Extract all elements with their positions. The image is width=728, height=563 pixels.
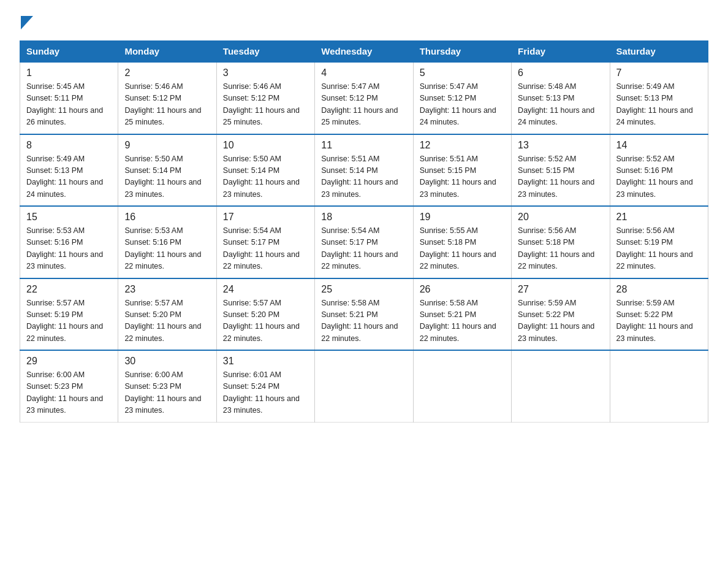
day-info: Sunrise: 5:47 AMSunset: 5:12 PMDaylight:… <box>420 81 505 129</box>
day-number: 9 <box>124 140 210 151</box>
day-info: Sunrise: 6:01 AMSunset: 5:24 PMDaylight:… <box>223 369 308 417</box>
day-info: Sunrise: 5:59 AMSunset: 5:22 PMDaylight:… <box>518 297 603 345</box>
calendar-week-row: 1 Sunrise: 5:45 AMSunset: 5:11 PMDayligh… <box>20 62 708 134</box>
day-number: 16 <box>124 212 210 223</box>
calendar-cell: 11 Sunrise: 5:51 AMSunset: 5:14 PMDaylig… <box>315 134 413 207</box>
calendar-cell: 12 Sunrise: 5:51 AMSunset: 5:15 PMDaylig… <box>413 134 511 207</box>
day-info: Sunrise: 5:57 AMSunset: 5:20 PMDaylight:… <box>124 297 210 345</box>
day-info: Sunrise: 5:50 AMSunset: 5:14 PMDaylight:… <box>223 153 308 201</box>
calendar-cell: 24 Sunrise: 5:57 AMSunset: 5:20 PMDaylig… <box>216 278 314 351</box>
day-number: 11 <box>321 140 406 151</box>
day-number: 13 <box>518 140 603 151</box>
day-number: 6 <box>518 67 603 79</box>
weekday-header-tuesday: Tuesday <box>216 41 314 63</box>
weekday-header-wednesday: Wednesday <box>315 41 413 63</box>
day-info: Sunrise: 5:51 AMSunset: 5:15 PMDaylight:… <box>420 153 505 201</box>
day-number: 22 <box>26 284 112 295</box>
calendar-cell: 21 Sunrise: 5:56 AMSunset: 5:19 PMDaylig… <box>610 206 708 278</box>
calendar-cell: 5 Sunrise: 5:47 AMSunset: 5:12 PMDayligh… <box>413 62 511 134</box>
calendar-week-row: 8 Sunrise: 5:49 AMSunset: 5:13 PMDayligh… <box>20 134 708 207</box>
day-info: Sunrise: 5:53 AMSunset: 5:16 PMDaylight:… <box>124 225 210 273</box>
calendar-cell: 7 Sunrise: 5:49 AMSunset: 5:13 PMDayligh… <box>610 62 708 134</box>
day-number: 21 <box>616 212 702 223</box>
calendar-cell <box>315 350 413 422</box>
calendar-cell: 19 Sunrise: 5:55 AMSunset: 5:18 PMDaylig… <box>413 206 511 278</box>
calendar-cell: 13 Sunrise: 5:52 AMSunset: 5:15 PMDaylig… <box>512 134 610 207</box>
calendar-cell: 28 Sunrise: 5:59 AMSunset: 5:22 PMDaylig… <box>610 278 708 351</box>
day-info: Sunrise: 5:45 AMSunset: 5:11 PMDaylight:… <box>26 81 112 129</box>
day-info: Sunrise: 5:58 AMSunset: 5:21 PMDaylight:… <box>420 297 505 345</box>
day-info: Sunrise: 5:57 AMSunset: 5:19 PMDaylight:… <box>26 297 112 345</box>
day-number: 23 <box>124 284 210 295</box>
day-number: 12 <box>420 140 505 151</box>
day-number: 27 <box>518 284 603 295</box>
day-number: 25 <box>321 284 406 295</box>
day-info: Sunrise: 6:00 AMSunset: 5:23 PMDaylight:… <box>26 369 112 417</box>
day-number: 17 <box>223 212 308 223</box>
day-info: Sunrise: 5:52 AMSunset: 5:15 PMDaylight:… <box>518 153 603 201</box>
weekday-header-row: SundayMondayTuesdayWednesdayThursdayFrid… <box>20 41 708 63</box>
calendar-cell: 27 Sunrise: 5:59 AMSunset: 5:22 PMDaylig… <box>512 278 610 351</box>
calendar-cell: 10 Sunrise: 5:50 AMSunset: 5:14 PMDaylig… <box>216 134 314 207</box>
calendar-cell: 1 Sunrise: 5:45 AMSunset: 5:11 PMDayligh… <box>20 62 118 134</box>
calendar-cell: 30 Sunrise: 6:00 AMSunset: 5:23 PMDaylig… <box>118 350 216 422</box>
page-header <box>20 15 708 29</box>
calendar-cell: 29 Sunrise: 6:00 AMSunset: 5:23 PMDaylig… <box>20 350 118 422</box>
day-info: Sunrise: 5:56 AMSunset: 5:18 PMDaylight:… <box>518 225 603 273</box>
weekday-header-saturday: Saturday <box>610 41 708 63</box>
day-number: 7 <box>616 67 702 79</box>
calendar-week-row: 22 Sunrise: 5:57 AMSunset: 5:19 PMDaylig… <box>20 278 708 351</box>
day-info: Sunrise: 5:57 AMSunset: 5:20 PMDaylight:… <box>223 297 308 345</box>
day-number: 28 <box>616 284 702 295</box>
day-number: 14 <box>616 140 702 151</box>
day-number: 19 <box>420 212 505 223</box>
day-number: 15 <box>26 212 112 223</box>
calendar-cell: 6 Sunrise: 5:48 AMSunset: 5:13 PMDayligh… <box>512 62 610 134</box>
calendar-table: SundayMondayTuesdayWednesdayThursdayFrid… <box>20 40 708 423</box>
day-number: 3 <box>223 67 308 79</box>
calendar-cell: 2 Sunrise: 5:46 AMSunset: 5:12 PMDayligh… <box>118 62 216 134</box>
weekday-header-sunday: Sunday <box>20 41 118 63</box>
calendar-cell <box>512 350 610 422</box>
calendar-week-row: 29 Sunrise: 6:00 AMSunset: 5:23 PMDaylig… <box>20 350 708 422</box>
day-info: Sunrise: 5:56 AMSunset: 5:19 PMDaylight:… <box>616 225 702 273</box>
day-info: Sunrise: 5:49 AMSunset: 5:13 PMDaylight:… <box>26 153 112 201</box>
calendar-cell: 3 Sunrise: 5:46 AMSunset: 5:12 PMDayligh… <box>216 62 314 134</box>
calendar-cell <box>610 350 708 422</box>
day-info: Sunrise: 5:52 AMSunset: 5:16 PMDaylight:… <box>616 153 702 201</box>
svg-marker-0 <box>21 16 33 29</box>
day-number: 1 <box>26 67 112 79</box>
day-info: Sunrise: 5:55 AMSunset: 5:18 PMDaylight:… <box>420 225 505 273</box>
day-number: 18 <box>321 212 406 223</box>
day-info: Sunrise: 5:46 AMSunset: 5:12 PMDaylight:… <box>223 81 308 129</box>
day-info: Sunrise: 5:50 AMSunset: 5:14 PMDaylight:… <box>124 153 210 201</box>
calendar-body: 1 Sunrise: 5:45 AMSunset: 5:11 PMDayligh… <box>20 62 708 422</box>
calendar-cell: 23 Sunrise: 5:57 AMSunset: 5:20 PMDaylig… <box>118 278 216 351</box>
day-number: 20 <box>518 212 603 223</box>
day-number: 26 <box>420 284 505 295</box>
day-number: 4 <box>321 67 406 79</box>
calendar-cell: 26 Sunrise: 5:58 AMSunset: 5:21 PMDaylig… <box>413 278 511 351</box>
day-info: Sunrise: 5:47 AMSunset: 5:12 PMDaylight:… <box>321 81 406 129</box>
logo-flag-icon <box>21 16 33 29</box>
day-number: 2 <box>124 67 210 79</box>
day-info: Sunrise: 6:00 AMSunset: 5:23 PMDaylight:… <box>124 369 210 417</box>
calendar-cell: 31 Sunrise: 6:01 AMSunset: 5:24 PMDaylig… <box>216 350 314 422</box>
day-info: Sunrise: 5:51 AMSunset: 5:14 PMDaylight:… <box>321 153 406 201</box>
weekday-header-friday: Friday <box>512 41 610 63</box>
calendar-cell: 14 Sunrise: 5:52 AMSunset: 5:16 PMDaylig… <box>610 134 708 207</box>
day-info: Sunrise: 5:53 AMSunset: 5:16 PMDaylight:… <box>26 225 112 273</box>
weekday-header-thursday: Thursday <box>413 41 511 63</box>
day-number: 8 <box>26 140 112 151</box>
calendar-cell: 22 Sunrise: 5:57 AMSunset: 5:19 PMDaylig… <box>20 278 118 351</box>
day-number: 31 <box>223 356 308 367</box>
day-info: Sunrise: 5:54 AMSunset: 5:17 PMDaylight:… <box>223 225 308 273</box>
calendar-week-row: 15 Sunrise: 5:53 AMSunset: 5:16 PMDaylig… <box>20 206 708 278</box>
day-info: Sunrise: 5:46 AMSunset: 5:12 PMDaylight:… <box>124 81 210 129</box>
day-number: 24 <box>223 284 308 295</box>
day-info: Sunrise: 5:48 AMSunset: 5:13 PMDaylight:… <box>518 81 603 129</box>
day-info: Sunrise: 5:49 AMSunset: 5:13 PMDaylight:… <box>616 81 702 129</box>
calendar-cell: 16 Sunrise: 5:53 AMSunset: 5:16 PMDaylig… <box>118 206 216 278</box>
day-number: 30 <box>124 356 210 367</box>
day-info: Sunrise: 5:58 AMSunset: 5:21 PMDaylight:… <box>321 297 406 345</box>
